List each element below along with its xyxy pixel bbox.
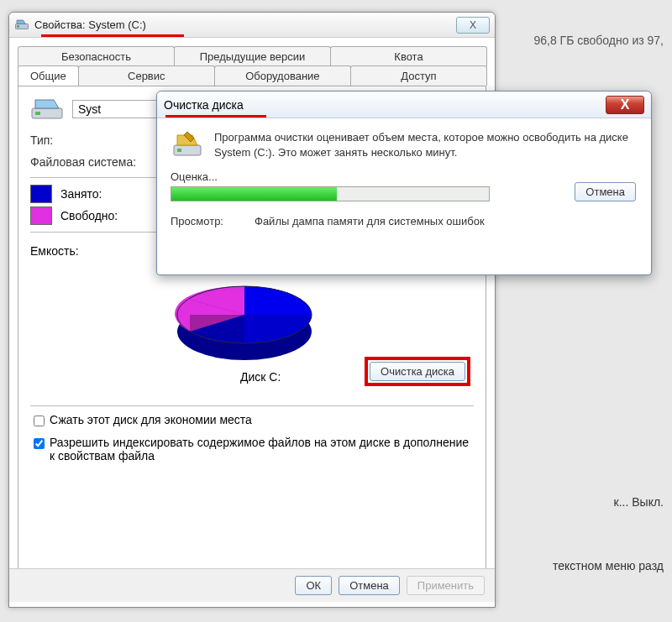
explorer-free-space-text: 96,8 ГБ свободно из 97, xyxy=(533,34,664,47)
progress-fill xyxy=(171,187,337,201)
drive-properties-icon xyxy=(14,18,29,33)
explorer-context-hint: текстном меню разд xyxy=(553,559,664,572)
tab-security[interactable]: Безопасность xyxy=(18,46,175,66)
cleanup-cancel-button[interactable]: Отмена xyxy=(575,182,636,201)
tab-sharing[interactable]: Доступ xyxy=(350,65,487,86)
annotation-underline xyxy=(41,34,184,37)
svg-rect-8 xyxy=(177,149,181,152)
cleanup-title-text: Очистка диска xyxy=(164,98,606,112)
svg-rect-1 xyxy=(17,25,19,28)
compress-label: Сжать этот диск для экономии места xyxy=(50,413,252,426)
legend-swatch-free xyxy=(30,206,52,225)
disk-caption: Диск C: xyxy=(240,370,281,384)
close-button[interactable]: X xyxy=(606,96,644,114)
index-checkbox-row[interactable]: Разрешить индексировать содержимое файло… xyxy=(30,436,474,463)
cleanup-message: Программа очистки оценивает объем места,… xyxy=(214,130,638,160)
scan-value: Файлы дампа памяти для системных ошибок xyxy=(255,215,485,227)
ok-button[interactable]: ОК xyxy=(295,576,332,595)
cancel-button[interactable]: Отмена xyxy=(339,576,400,595)
apply-button[interactable]: Применить xyxy=(407,576,485,595)
legend-free-label: Свободно: xyxy=(60,209,118,222)
tab-previous-versions[interactable]: Предыдущие версии xyxy=(174,46,331,66)
properties-title: Свойства: System (C:) xyxy=(34,18,456,31)
scan-label: Просмотр: xyxy=(171,215,255,227)
disk-cleanup-button[interactable]: Очистка диска xyxy=(370,362,465,381)
disk-cleanup-icon xyxy=(171,130,204,160)
dialog-button-bar: ОК Отмена Применить xyxy=(9,568,495,602)
legend-used-label: Занято: xyxy=(60,187,102,201)
capacity-label: Емкость: xyxy=(30,244,156,258)
index-label: Разрешить индексировать содержимое файло… xyxy=(50,436,474,463)
divider xyxy=(30,405,474,406)
progress-bar xyxy=(171,186,490,201)
annotation-highlight: Очистка диска xyxy=(365,357,470,386)
drive-icon xyxy=(30,97,64,122)
compress-checkbox[interactable] xyxy=(34,416,45,426)
tab-hardware[interactable]: Оборудование xyxy=(214,65,351,86)
legend-swatch-used xyxy=(30,185,52,203)
disk-cleanup-dialog: Очистка диска X Программа очистки оценив… xyxy=(156,91,652,275)
usage-pie-chart xyxy=(165,263,324,372)
cleanup-titlebar[interactable]: Очистка диска X xyxy=(157,91,651,118)
explorer-status-text: к... Выкл. xyxy=(614,495,664,509)
svg-rect-3 xyxy=(35,112,40,115)
annotation-underline xyxy=(165,115,266,118)
evaluation-label: Оценка... xyxy=(171,170,638,183)
close-button[interactable]: X xyxy=(456,17,490,34)
tab-general[interactable]: Общие xyxy=(18,65,79,86)
compress-checkbox-row[interactable]: Сжать этот диск для экономии места xyxy=(30,413,474,429)
tab-tools[interactable]: Сервис xyxy=(78,65,215,86)
tab-quota[interactable]: Квота xyxy=(330,46,487,66)
properties-titlebar[interactable]: Свойства: System (C:) X xyxy=(9,13,495,38)
index-checkbox[interactable] xyxy=(34,438,45,449)
